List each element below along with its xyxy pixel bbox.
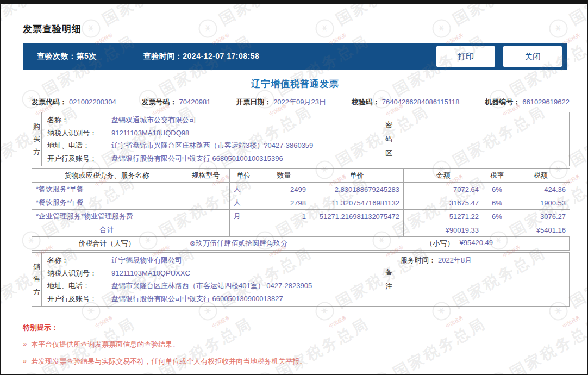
item-tax: 3076.27: [511, 210, 570, 223]
notice-title: 特别提示：: [23, 323, 587, 333]
amount-lowercase-group: （小写） ¥95420.49: [426, 239, 493, 248]
buyer-bank-row: 开户行及账号：盘锦银行股份有限公司中银支行 668050100100315396: [42, 152, 383, 165]
item-tax: 424.36: [511, 183, 570, 196]
item-spec: [182, 210, 230, 223]
service-time-label: 服务时间：: [401, 256, 436, 264]
item-unit: 人: [230, 196, 258, 210]
invoice-date: 开票日期：2022年09月23日: [236, 97, 326, 107]
seller-name-label: 名称：: [47, 254, 111, 266]
toolbar: 查验次数： 第5次 查验时间： 2024-12-07 17:08:58 打印 关…: [23, 43, 567, 70]
amount-uppercase: ⊗玖万伍仟肆佰贰拾圆肆角玖分: [190, 239, 287, 248]
item-name: *餐饮服务*午餐: [32, 196, 182, 210]
print-button[interactable]: 打印: [436, 46, 495, 67]
empty-cell: [258, 223, 310, 237]
invoice-verification-page: 发票查验明细 查验次数： 第5次 查验时间： 2024-12-07 17:08:…: [0, 0, 588, 375]
items-header-row: 货物或应税劳务、服务名称 规格型号 单位 数量 单价 金额 税率 税额: [32, 169, 570, 183]
item-rate: 6%: [483, 196, 511, 210]
empty-cell: [483, 223, 511, 237]
check-count-label: 查验次数：: [37, 52, 77, 61]
close-button[interactable]: 关闭: [503, 46, 562, 67]
invoice-number: 发票号码：70420981: [142, 97, 211, 107]
col-name: 货物或应税劳务、服务名称: [32, 169, 182, 183]
seller-bank-label: 开户行及账号：: [47, 292, 111, 305]
amount-in-words-label: 价税合计（大写）: [32, 237, 182, 250]
seller-taxid-row: 纳税人识别号：91211103MA10QPUXXC: [42, 267, 383, 279]
invoice-date-label: 开票日期：: [236, 98, 271, 106]
buyer-box: 购买方 名称：盘锦双通城市公交有限公司 纳税人识别号：91211103MA10U…: [32, 112, 570, 166]
items-total-row: 合计 ¥90019.33 ¥5401.16: [32, 223, 570, 237]
seller-name-row: 名称：辽宁德晟物业有限公司: [42, 254, 383, 266]
items-total-tax: ¥5401.16: [511, 223, 570, 237]
seller-address-value: 盘锦市兴隆台区庄林路西（市客运站四楼401室） 0427-2823905: [111, 279, 312, 292]
amount-in-words-row: 价税合计（大写） ⊗玖万伍仟肆佰贰拾圆肆角玖分 （小写） ¥95420.49: [32, 237, 570, 251]
seller-address-row: 地址、电话：盘锦市兴隆台区庄林路西（市客运站四楼401室） 0427-28239…: [42, 279, 383, 292]
notice-item: »本平台仅提供所查询发票票面信息的查验结果。: [23, 340, 587, 349]
password-area: [395, 112, 569, 166]
notice-bullet: »: [23, 340, 27, 349]
items-table: 货物或应税劳务、服务名称 规格型号 单位 数量 单价 金额 税率 税额 *餐饮服…: [32, 168, 570, 237]
item-name: *餐饮服务*早餐: [32, 183, 182, 196]
col-price: 单价: [310, 169, 404, 183]
invoice-code-label: 发票代码：: [32, 98, 67, 106]
item-tax: 1900.53: [511, 196, 570, 210]
item-name: *企业管理服务*物业管理服务费: [32, 210, 182, 223]
invoice-checksum-value: 76404266284086115118: [382, 98, 460, 106]
remarks-label: 备注: [383, 253, 395, 306]
col-spec: 规格型号: [182, 169, 230, 183]
item-qty: 2499: [258, 183, 310, 196]
invoice-code: 发票代码：021002200304: [32, 97, 116, 107]
invoice-checksum: 校验码：76404266284086115118: [352, 97, 460, 107]
item-price: 2.830188679245283: [310, 183, 404, 196]
item-qty: 2798: [258, 196, 310, 210]
item-spec: [182, 183, 230, 196]
buyer-rows: 名称：盘锦双通城市公交有限公司 纳税人识别号：91211103MA10UQDQ9…: [42, 112, 383, 166]
invoice-code-value: 021002200304: [69, 98, 116, 106]
buyer-taxid-label: 纳税人识别号：: [47, 127, 111, 139]
empty-cell: [310, 223, 404, 237]
buyer-name-value: 盘锦双通城市公交有限公司: [111, 114, 196, 126]
special-notice: 特别提示： »本平台仅提供所查询发票票面信息的查验结果。 »若发现发票查验结果与…: [23, 323, 587, 366]
seller-side-label: 销售方: [32, 253, 42, 306]
check-time-label: 查验时间：: [143, 52, 183, 61]
seller-name-value: 辽宁德晟物业有限公司: [111, 254, 182, 266]
seller-rows: 名称：辽宁德晟物业有限公司 纳税人识别号：91211103MA10QPUXXC …: [42, 253, 383, 306]
invoice-date-value: 2022年09月23日: [273, 98, 326, 106]
col-amount: 金额: [404, 169, 483, 183]
item-amount: 7072.64: [404, 183, 483, 196]
item-row: *餐饮服务*午餐 人 2798 11.320754716981132 31675…: [32, 196, 570, 210]
invoice-machine-no-value: 661029619622: [522, 98, 570, 106]
seller-taxid-label: 纳税人识别号：: [47, 267, 111, 279]
buyer-taxid-value: 91211103MA10UQDQ98: [111, 127, 189, 139]
item-spec: [182, 196, 230, 210]
item-row: *餐饮服务*早餐 人 2499 2.830188679245283 7072.6…: [32, 183, 570, 196]
invoice-number-label: 发票号码：: [142, 98, 177, 106]
empty-cell: [182, 223, 230, 237]
item-rate: 6%: [483, 210, 511, 223]
items-total-label: 合计: [32, 223, 182, 237]
seller-bank-row: 开户行及账号：盘锦银行股份有限公司中银支行 660050130900013827: [42, 292, 383, 305]
col-unit: 单位: [230, 169, 258, 183]
buyer-name-label: 名称：: [47, 114, 111, 126]
service-time-value: 2022年8月: [438, 256, 472, 264]
password-area-label: 密码区: [383, 112, 395, 166]
items-total-amount: ¥90019.33: [404, 223, 483, 237]
invoice-checksum-label: 校验码：: [352, 98, 380, 106]
seller-side-label-text: 销售方: [33, 260, 41, 298]
notice-item: »若发现发票查验结果与实际交易不符，任何单位或个人有权拒收并向当地税务机关举报。: [23, 357, 587, 366]
buyer-side-label-text: 购买方: [33, 120, 41, 158]
invoice-machine-no-label: 机器编号：: [485, 98, 520, 106]
item-rate: 6%: [483, 183, 511, 196]
buyer-address-value: 辽宁省盘锦市兴隆台区庄林路西（市客运站3楼）?0427-3860359: [111, 139, 313, 152]
item-amount: 51271.22: [404, 210, 483, 223]
col-qty: 数量: [258, 169, 310, 183]
toolbar-buttons: 打印 关闭: [428, 46, 562, 67]
remarks-label-text: 备注: [385, 265, 393, 293]
amount-lowercase-value: ¥95420.49: [460, 239, 493, 248]
page-content: 发票查验明细 查验次数： 第5次 查验时间： 2024-12-07 17:08:…: [1, 4, 587, 374]
notice-bullet: »: [23, 357, 27, 366]
seller-bank-value: 盘锦银行股份有限公司中银支行 660050130900013827: [111, 292, 283, 305]
item-row: *企业管理服务*物业管理服务费 月 1 51271.21698113207547…: [32, 210, 570, 223]
check-time-value: 2024-12-07 17:08:58: [183, 52, 259, 61]
password-area-label-text: 密码区: [385, 118, 393, 160]
toolbar-info: 查验次数： 第5次 查验时间： 2024-12-07 17:08:58: [37, 52, 259, 61]
